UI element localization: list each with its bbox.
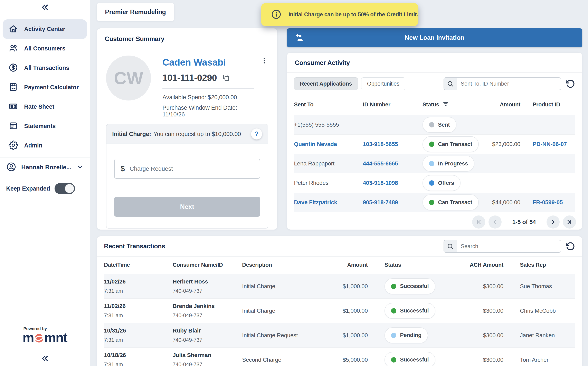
new-loan-invitation-button[interactable]: New Loan Invitation	[287, 28, 582, 47]
consumer-name: Julia Sherman	[173, 352, 242, 358]
sales-rep-cell: Tom Archer	[504, 357, 576, 363]
table-row[interactable]: 11/02/267:31 am Brenda Jenkins740-049-73…	[104, 298, 575, 323]
help-button[interactable]: ?	[251, 129, 262, 139]
refresh-icon[interactable]	[566, 79, 575, 88]
table-row[interactable]: Dave Fitzpatrick 905-918-7489 Can Transa…	[294, 193, 575, 212]
sidebar-profile[interactable]: Hannah Rozelle...	[0, 158, 90, 177]
sidebar-item-payment-calculator[interactable]: Payment Calculator	[3, 78, 87, 97]
new-loan-invitation-label: New Loan Invitation	[405, 34, 465, 41]
column-header-product-id[interactable]: Product ID	[520, 101, 576, 108]
column-header-id-number[interactable]: ID Number	[363, 101, 422, 108]
charge-request-input[interactable]	[130, 165, 253, 172]
status-cell: In Progress	[422, 156, 484, 172]
sidebar-collapse-bottom-button[interactable]	[0, 351, 90, 366]
column-header-sent-to[interactable]: Sent To	[294, 101, 363, 108]
sidebar-item-all-consumers[interactable]: All Consumers	[3, 39, 87, 58]
pagination-next-button[interactable]	[547, 215, 560, 229]
keep-expanded-toggle[interactable]	[54, 183, 75, 194]
table-row[interactable]: Quentin Nevada 103-918-5655 Can Transact…	[294, 134, 575, 154]
amount-cell: $5,000.00	[324, 357, 368, 363]
customer-name-link[interactable]: Caden Wasabi	[162, 57, 254, 68]
consumer-activity-search	[443, 77, 561, 90]
consumer-activity-search-input[interactable]	[457, 81, 561, 87]
status-dot	[429, 200, 434, 205]
main-content: Premier Remodeling Initial Charge can be…	[90, 0, 588, 366]
sent-to-cell[interactable]: Dave Fitzpatrick	[294, 199, 363, 206]
status-cell: Can Transact	[422, 194, 484, 210]
sidebar-collapse-button[interactable]	[0, 0, 90, 15]
status-label: Successful	[400, 308, 429, 314]
sidebar-item-activity-center[interactable]: Activity Center	[3, 19, 87, 39]
sidebar-item-admin[interactable]: Admin	[3, 136, 87, 155]
product-id-link[interactable]: PD-NN-06-07	[520, 141, 576, 147]
table-row[interactable]: +1(555) 555-5555 Sent	[294, 115, 575, 134]
sent-to-cell[interactable]: Quentin Nevada	[294, 141, 363, 147]
ach-amount-cell: $300.00	[452, 332, 504, 339]
calculator-icon	[8, 82, 18, 92]
amount-cell: $1,000.00	[324, 332, 368, 339]
tab-opportunities[interactable]: Opportunities	[361, 77, 405, 90]
available-spend-text: Available Spend: $20,000.00	[162, 94, 254, 101]
table-row[interactable]: Lena Rappaport 444-555-6665 In Progress	[294, 154, 575, 173]
column-header-date-time[interactable]: Date/Time	[104, 262, 173, 268]
product-id-link[interactable]: FR-0599-05	[520, 199, 576, 206]
status-label: Pending	[400, 332, 421, 338]
column-header-consumer-name-id[interactable]: Consumer Name/ID	[173, 262, 242, 268]
ach-amount-cell: $300.00	[452, 283, 504, 290]
consumer-name: Herbert Ross	[173, 278, 242, 285]
kebab-menu-button[interactable]	[259, 55, 270, 67]
chevron-down-icon	[76, 163, 84, 172]
table-row[interactable]: 10/31/267:31 am Ruby Blair740-049-737 In…	[104, 323, 575, 347]
refresh-icon[interactable]	[566, 242, 575, 251]
recent-transactions-header: Recent Transactions	[97, 236, 582, 257]
toggle-knob	[65, 184, 74, 193]
id-number-link[interactable]: 905-918-7489	[363, 199, 422, 206]
recent-transactions-card: Recent Transactions Date/Time Consumer N…	[97, 236, 582, 366]
pagination-first-button[interactable]	[472, 215, 485, 229]
merchant-tab[interactable]: Premier Remodeling	[97, 3, 174, 21]
momnt-logo-text: mnt	[44, 331, 67, 344]
next-button[interactable]: Next	[114, 197, 260, 217]
id-number-link[interactable]: 103-918-5655	[363, 141, 422, 147]
customer-phone: 101-111-0290	[162, 73, 217, 83]
recent-transactions-search-input[interactable]	[457, 243, 561, 250]
momnt-logo-swirl-icon	[34, 333, 44, 343]
sidebar-item-label: Rate Sheet	[24, 103, 54, 110]
pagination: 1-5 of 54	[287, 212, 582, 230]
column-header-ach-amount[interactable]: ACH Amount	[452, 262, 504, 268]
table-row[interactable]: 10/18/267:31 am Julia Sherman740-049-737…	[104, 347, 575, 366]
sidebar-item-rate-sheet[interactable]: Rate Sheet	[3, 97, 87, 116]
pagination-prev-button[interactable]	[489, 215, 502, 229]
table-row[interactable]: 11/02/267:31 am Herbert Ross740-049-737 …	[104, 274, 575, 298]
column-header-sales-rep[interactable]: Sales Rep	[504, 262, 576, 268]
customer-phone-row: 101-111-0290	[162, 73, 254, 83]
sidebar-item-all-transactions[interactable]: All Transactions	[3, 58, 87, 78]
filter-icon[interactable]	[442, 100, 449, 109]
home-icon	[8, 24, 18, 34]
id-number-link[interactable]: 444-555-6665	[363, 160, 422, 167]
amount-cell: $1,000.00	[324, 283, 368, 290]
copy-icon[interactable]	[221, 73, 230, 83]
id-number-link[interactable]: 403-918-1098	[363, 180, 422, 186]
sent-to-cell: Lena Rappaport	[294, 160, 363, 167]
ach-amount-cell: $300.00	[452, 308, 504, 314]
column-header-status[interactable]: Status	[422, 100, 484, 109]
column-header-amount[interactable]: Amount	[324, 262, 368, 268]
description-cell: Second Charge	[242, 357, 324, 363]
consumer-id: 740-049-737	[173, 312, 242, 319]
column-header-status[interactable]: Status	[368, 262, 452, 268]
pagination-last-button[interactable]	[563, 215, 576, 229]
column-header-description[interactable]: Description	[242, 262, 324, 268]
consumer-activity-toolbar: Recent Applications Opportunities	[287, 73, 582, 95]
tab-recent-applications[interactable]: Recent Applications	[294, 77, 358, 90]
amount-cell: $1,000.00	[324, 308, 368, 314]
sidebar-nav: Activity Center All Consumers All Transa…	[0, 15, 90, 157]
sidebar-item-label: All Transactions	[24, 65, 69, 71]
table-row[interactable]: Peter Rhodes 403-918-1098 Offers	[294, 173, 575, 193]
column-header-amount[interactable]: Amount	[484, 101, 520, 108]
sidebar-item-statements[interactable]: Statements	[3, 116, 87, 136]
status-badge: Sent	[422, 117, 456, 133]
initial-charge-box: Initial Charge: You can request up to $1…	[106, 124, 268, 229]
customer-summary-card: Customer Summary CW Caden Wasabi 101-111…	[97, 28, 277, 230]
tooltip-text: Initial Charge can be up to 50% of the C…	[289, 11, 418, 18]
